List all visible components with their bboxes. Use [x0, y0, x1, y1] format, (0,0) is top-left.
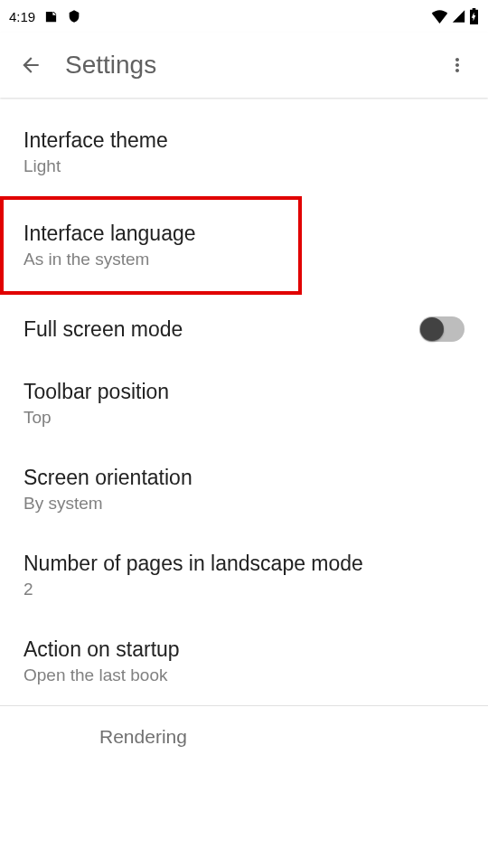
setting-value: Light: [23, 156, 465, 176]
setting-interface-language[interactable]: Interface language As in the system: [0, 196, 302, 295]
setting-value: Open the last book: [23, 665, 465, 685]
setting-screen-orientation[interactable]: Screen orientation By system: [0, 448, 488, 533]
setting-title: Interface language: [23, 222, 278, 246]
section-header-rendering: Rendering: [0, 706, 488, 757]
settings-list: Interface theme Light Interface language…: [0, 98, 488, 868]
setting-title: Number of pages in landscape mode: [23, 552, 465, 576]
setting-title: Interface theme: [23, 128, 465, 153]
page-title: Settings: [65, 51, 439, 80]
status-time: 4:19: [9, 9, 35, 24]
setting-title: Screen orientation: [23, 466, 465, 490]
setting-title: Action on startup: [23, 637, 465, 662]
setting-title: Full screen mode: [23, 317, 183, 342]
battery-icon: [469, 8, 479, 24]
setting-value: Top: [23, 408, 465, 428]
wifi-icon: [431, 9, 448, 24]
setting-value: By system: [23, 494, 465, 514]
app-bar: Settings: [0, 33, 488, 98]
setting-startup-action[interactable]: Action on startup Open the last book: [0, 619, 488, 705]
back-button[interactable]: [13, 47, 49, 83]
shield-icon: [67, 9, 81, 24]
setting-title: Toolbar position: [23, 380, 465, 404]
setting-toolbar-position[interactable]: Toolbar position Top: [0, 362, 488, 448]
toggle-switch[interactable]: [419, 316, 465, 342]
status-bar: 4:19: [0, 0, 488, 33]
more-button[interactable]: [439, 47, 475, 83]
setting-value: As in the system: [23, 250, 278, 269]
setting-value: 2: [23, 580, 465, 599]
setting-landscape-pages[interactable]: Number of pages in landscape mode 2: [0, 533, 488, 619]
setting-full-screen-mode[interactable]: Full screen mode: [0, 295, 488, 362]
signal-icon: [451, 9, 466, 24]
note-icon: [44, 10, 58, 24]
setting-interface-theme[interactable]: Interface theme Light: [0, 110, 488, 196]
